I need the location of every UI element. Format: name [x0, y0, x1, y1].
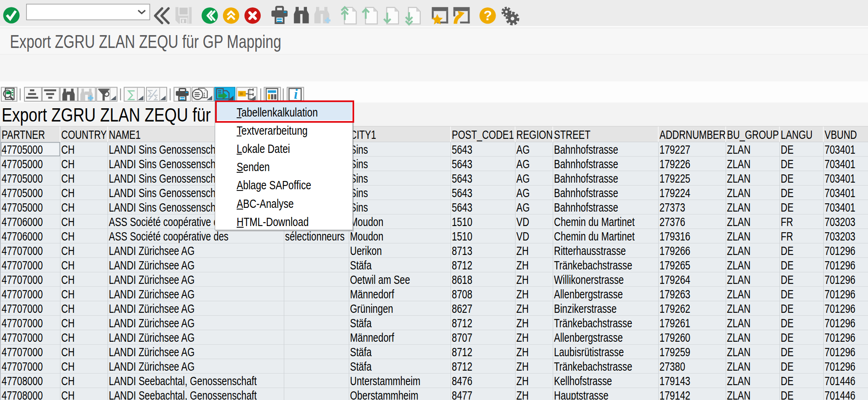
svg-text:i: i: [294, 86, 298, 102]
svg-text:?: ?: [484, 8, 492, 23]
